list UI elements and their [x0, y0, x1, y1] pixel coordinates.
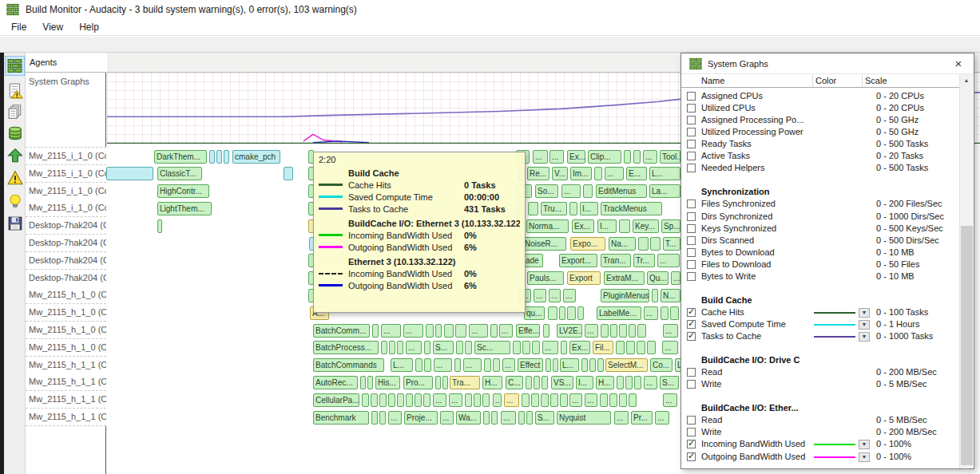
checkbox[interactable]	[687, 199, 696, 208]
task-bar[interactable]	[637, 341, 645, 354]
task-bar[interactable]	[526, 411, 533, 425]
graph-list-row[interactable]: Files to Download0 - 50 Files	[681, 259, 959, 271]
graphs-scrollbar[interactable]: ▲	[959, 74, 973, 468]
task-bar[interactable]	[465, 341, 472, 354]
checkbox[interactable]	[687, 104, 696, 113]
task-bar[interactable]	[389, 341, 395, 354]
task-bar[interactable]	[526, 376, 532, 389]
task-bar[interactable]: ...	[499, 324, 513, 338]
task-bar[interactable]: ...	[463, 358, 482, 372]
task-bar[interactable]: Tran...	[601, 254, 631, 267]
task-bar[interactable]	[513, 341, 521, 354]
task-bar[interactable]	[625, 376, 633, 389]
task-bar[interactable]	[616, 341, 625, 354]
task-bar[interactable]	[157, 219, 162, 233]
task-bar[interactable]: V...	[552, 167, 568, 180]
task-bar[interactable]	[633, 150, 641, 164]
task-bar[interactable]	[483, 411, 490, 425]
task-bar[interactable]: ...	[469, 324, 488, 338]
graph-list-row[interactable]: ✓Tasks to Cache▼0 - 1000 Tasks	[681, 331, 959, 343]
task-bar[interactable]: DarkThem...	[154, 150, 207, 164]
task-bar[interactable]: Tru...	[541, 202, 567, 215]
task-bar[interactable]	[424, 341, 430, 354]
task-bar[interactable]: Effect	[518, 358, 543, 372]
task-bar[interactable]	[532, 341, 540, 354]
task-bar[interactable]	[581, 358, 588, 372]
task-bar[interactable]: I...	[576, 376, 593, 389]
task-bar[interactable]	[546, 358, 551, 372]
task-bar[interactable]	[490, 324, 498, 338]
task-bar[interactable]	[455, 324, 466, 338]
task-bar[interactable]: BatchCommands	[313, 358, 384, 372]
task-bar[interactable]: Ex...	[569, 341, 590, 354]
task-bar[interactable]	[577, 306, 584, 320]
task-bar[interactable]	[493, 358, 500, 372]
task-bar[interactable]: ...	[663, 324, 678, 338]
task-bar[interactable]	[629, 324, 636, 338]
task-bar[interactable]	[397, 393, 404, 407]
task-bar[interactable]	[541, 393, 549, 407]
task-bar[interactable]: Tr...	[633, 254, 655, 267]
color-dropdown-button[interactable]: ▼	[859, 320, 870, 330]
task-bar[interactable]	[388, 393, 395, 407]
task-bar[interactable]	[406, 393, 413, 407]
task-bar[interactable]: Wa...	[456, 411, 481, 425]
task-bar[interactable]: ...	[585, 324, 598, 338]
task-bar[interactable]	[638, 237, 649, 251]
task-bar[interactable]: ...	[504, 393, 519, 407]
graph-list-row[interactable]: ✓Outgoing BandWidth Used▼0 - 100%	[681, 452, 959, 464]
task-bar[interactable]	[619, 324, 627, 338]
task-bar[interactable]: BatchComm...	[313, 324, 370, 338]
task-bar[interactable]: Na...	[609, 237, 636, 251]
task-bar[interactable]	[522, 341, 530, 354]
task-bar[interactable]: ...	[585, 393, 597, 407]
task-bar[interactable]	[609, 393, 617, 407]
task-bar[interactable]: LabelMe...	[597, 306, 641, 320]
task-bar[interactable]: ClassicT...	[157, 167, 202, 180]
task-bar[interactable]	[435, 376, 441, 389]
task-bar[interactable]	[423, 393, 430, 407]
checkbox[interactable]: ✓	[687, 452, 696, 461]
task-bar[interactable]: C...	[506, 376, 523, 389]
task-bar[interactable]	[647, 341, 656, 354]
scroll-up-icon[interactable]: ▲	[960, 74, 973, 87]
task-bar[interactable]: Co...	[650, 358, 673, 372]
checkbox[interactable]	[687, 248, 696, 257]
checkbox[interactable]: ✓	[687, 320, 696, 329]
task-bar[interactable]: ...	[662, 341, 678, 354]
task-bar[interactable]: Re...	[527, 167, 550, 180]
task-bar[interactable]: Nyquist	[557, 411, 611, 425]
task-bar[interactable]: Export...	[559, 254, 597, 267]
task-bar[interactable]: Sp...	[661, 219, 680, 233]
task-bar[interactable]	[415, 358, 423, 372]
graph-list-row[interactable]: Write0 - 200 MB/Sec	[681, 427, 959, 439]
task-bar[interactable]: ...	[561, 184, 581, 198]
task-bar[interactable]	[371, 393, 378, 407]
task-bar[interactable]: Qu...	[647, 271, 669, 285]
task-bar[interactable]	[560, 393, 568, 407]
task-bar[interactable]: S...	[433, 341, 454, 354]
task-bar[interactable]: ...	[655, 411, 669, 425]
task-bar[interactable]	[594, 167, 602, 180]
task-bar[interactable]	[372, 324, 379, 338]
graph-list-row[interactable]: ✓Cache Hits▼0 - 100 Tasks	[681, 307, 959, 319]
task-bar[interactable]	[567, 306, 576, 320]
task-bar[interactable]: Tra...	[450, 376, 480, 389]
task-bar[interactable]: BatchProcess...	[313, 341, 379, 354]
color-dropdown-button[interactable]: ▼	[859, 440, 870, 449]
task-bar[interactable]	[601, 324, 609, 338]
task-bar[interactable]: ExtraM...	[604, 271, 645, 285]
task-bar[interactable]: ...	[406, 341, 422, 354]
task-bar[interactable]	[415, 393, 422, 407]
task-bar[interactable]	[670, 306, 679, 320]
task-bar[interactable]	[484, 358, 491, 372]
task-bar[interactable]	[284, 167, 293, 180]
task-bar[interactable]	[534, 376, 540, 389]
task-bar[interactable]: L...	[560, 358, 579, 372]
task-bar[interactable]	[550, 393, 558, 407]
task-bar[interactable]: ...	[563, 289, 576, 302]
task-bar[interactable]: Expo...	[570, 237, 605, 251]
checkbox[interactable]	[687, 212, 696, 221]
task-bar[interactable]: Proje...	[404, 411, 438, 425]
task-bar[interactable]: La...	[649, 184, 680, 198]
